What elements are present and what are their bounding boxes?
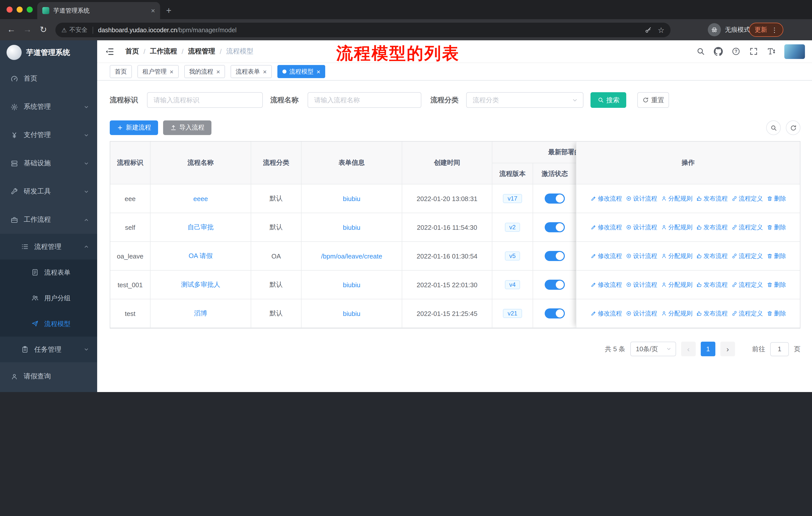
toggle-search-button[interactable] xyxy=(766,120,781,135)
form-link[interactable]: biubiu xyxy=(343,281,360,289)
action-modify-button[interactable]: 修改流程 xyxy=(590,309,622,318)
action-delete-button[interactable]: 删除 xyxy=(766,223,786,232)
action-definition-button[interactable]: 流程定义 xyxy=(731,223,763,232)
process-category-select[interactable]: 流程分类 xyxy=(466,92,583,108)
import-process-button[interactable]: 导入流程 xyxy=(163,120,211,135)
user-avatar[interactable] xyxy=(784,44,805,59)
collapse-sidebar-icon[interactable] xyxy=(105,47,114,56)
goto-page-input[interactable] xyxy=(770,342,789,356)
prev-page-button[interactable]: ‹ xyxy=(681,342,696,356)
action-definition-button[interactable]: 流程定义 xyxy=(731,194,763,203)
search-icon[interactable] xyxy=(696,47,705,56)
forward-icon[interactable]: → xyxy=(23,25,32,35)
view-tag-process-form[interactable]: 流程表单× xyxy=(231,65,271,78)
action-delete-button[interactable]: 删除 xyxy=(766,252,786,260)
browser-tab[interactable]: 芋道管理系统 × xyxy=(37,2,160,19)
process-name-link[interactable]: 测试多审批人 xyxy=(181,280,220,289)
help-icon[interactable] xyxy=(731,47,741,56)
action-delete-button[interactable]: 删除 xyxy=(766,309,786,318)
action-definition-button[interactable]: 流程定义 xyxy=(731,252,763,260)
action-design-button[interactable]: 设计流程 xyxy=(626,252,657,260)
action-design-button[interactable]: 设计流程 xyxy=(626,194,657,203)
current-page-button[interactable]: 1 xyxy=(701,342,715,356)
active-toggle[interactable] xyxy=(545,193,565,203)
close-tag-icon[interactable]: × xyxy=(263,68,266,75)
breadcrumb-item[interactable]: 流程管理 xyxy=(188,47,215,56)
sidebar-item-infrastructure[interactable]: 基础设施 xyxy=(0,149,97,178)
breadcrumb-item[interactable]: 工作流程 xyxy=(150,47,177,56)
process-name-link[interactable]: 自己审批 xyxy=(187,223,214,232)
action-assign-button[interactable]: 分配规则 xyxy=(661,223,692,232)
action-delete-button[interactable]: 删除 xyxy=(766,194,786,203)
action-definition-button[interactable]: 流程定义 xyxy=(731,280,763,289)
process-name-input[interactable] xyxy=(308,92,422,108)
browser-update-button[interactable]: 更新 ⋮ xyxy=(749,23,783,37)
view-tag-tenant[interactable]: 租户管理× xyxy=(138,65,178,78)
app-logo[interactable]: 芋道管理系统 xyxy=(0,40,97,64)
action-assign-button[interactable]: 分配规则 xyxy=(661,309,692,318)
close-window-button[interactable] xyxy=(6,6,12,12)
address-bar[interactable]: ⚠ 不安全 dashboard.yudao.iocoder.cn /bpm/ma… xyxy=(55,23,671,37)
sidebar-item-payment[interactable]: 支付管理 xyxy=(0,121,97,149)
action-publish-button[interactable]: 发布流程 xyxy=(696,252,728,260)
action-assign-button[interactable]: 分配规则 xyxy=(661,252,692,260)
minimize-window-button[interactable] xyxy=(17,6,23,12)
action-publish-button[interactable]: 发布流程 xyxy=(696,223,728,232)
sidebar-item-devtools[interactable]: 研发工具 xyxy=(0,178,97,206)
reload-icon[interactable]: ↻ xyxy=(40,24,47,35)
active-toggle[interactable] xyxy=(545,280,565,290)
process-name-link[interactable]: eeee xyxy=(193,195,208,202)
form-link[interactable]: /bpm/oa/leave/create xyxy=(321,252,382,260)
action-design-button[interactable]: 设计流程 xyxy=(626,223,657,232)
back-icon[interactable]: ← xyxy=(7,25,16,35)
action-publish-button[interactable]: 发布流程 xyxy=(696,194,728,203)
sidebar-item-system[interactable]: 系统管理 xyxy=(0,93,97,121)
fullscreen-icon[interactable] xyxy=(749,47,758,56)
sidebar-item-workflow[interactable]: 工作流程 xyxy=(0,206,97,234)
action-design-button[interactable]: 设计流程 xyxy=(626,280,657,289)
action-modify-button[interactable]: 修改流程 xyxy=(590,223,622,232)
font-size-icon[interactable] xyxy=(767,47,776,56)
active-toggle[interactable] xyxy=(545,222,565,232)
reset-button[interactable]: 重置 xyxy=(637,92,669,108)
action-assign-button[interactable]: 分配规则 xyxy=(661,280,692,289)
active-toggle[interactable] xyxy=(545,308,565,319)
view-tag-my-process[interactable]: 我的流程× xyxy=(184,65,225,78)
sidebar-item-home[interactable]: 首页 xyxy=(0,64,97,93)
view-tag-home[interactable]: 首页 xyxy=(110,65,132,78)
create-process-button[interactable]: 新建流程 xyxy=(110,120,158,135)
browser-menu-icon[interactable]: ⋮ xyxy=(771,26,778,33)
action-delete-button[interactable]: 删除 xyxy=(766,280,786,289)
bookmark-star-icon[interactable]: ☆ xyxy=(658,25,665,34)
refresh-table-button[interactable] xyxy=(786,120,801,135)
sidebar-item-process-form[interactable]: 流程表单 xyxy=(0,260,97,285)
form-link[interactable]: biubiu xyxy=(343,195,360,202)
new-tab-button[interactable]: + xyxy=(166,5,171,16)
action-definition-button[interactable]: 流程定义 xyxy=(731,309,763,318)
action-assign-button[interactable]: 分配规则 xyxy=(661,194,692,203)
process-name-link[interactable]: OA 请假 xyxy=(188,251,212,261)
breadcrumb-item[interactable]: 首页 xyxy=(125,47,139,56)
password-key-icon[interactable] xyxy=(644,26,652,34)
close-tag-icon[interactable]: × xyxy=(216,68,220,75)
action-modify-button[interactable]: 修改流程 xyxy=(590,194,622,203)
action-modify-button[interactable]: 修改流程 xyxy=(590,252,622,260)
sidebar-item-leave-query[interactable]: 请假查询 xyxy=(0,362,97,390)
tab-close-icon[interactable]: × xyxy=(151,6,155,15)
process-key-input[interactable] xyxy=(147,92,263,108)
action-publish-button[interactable]: 发布流程 xyxy=(696,309,728,318)
active-toggle[interactable] xyxy=(545,251,565,261)
form-link[interactable]: biubiu xyxy=(343,223,360,231)
sidebar-item-user-group[interactable]: 用户分组 xyxy=(0,285,97,311)
page-size-select[interactable]: 10条/页 xyxy=(630,342,676,356)
close-tag-icon[interactable]: × xyxy=(170,68,173,75)
sidebar-item-process-model[interactable]: 流程模型 xyxy=(0,311,97,336)
sidebar-item-process-manage[interactable]: 流程管理 xyxy=(0,234,97,260)
action-design-button[interactable]: 设计流程 xyxy=(626,309,657,318)
form-link[interactable]: biubiu xyxy=(343,310,360,317)
process-name-link[interactable]: 滔博 xyxy=(194,309,207,318)
action-publish-button[interactable]: 发布流程 xyxy=(696,280,728,289)
close-tag-icon[interactable]: × xyxy=(317,68,320,75)
action-modify-button[interactable]: 修改流程 xyxy=(590,280,622,289)
maximize-window-button[interactable] xyxy=(27,6,33,12)
